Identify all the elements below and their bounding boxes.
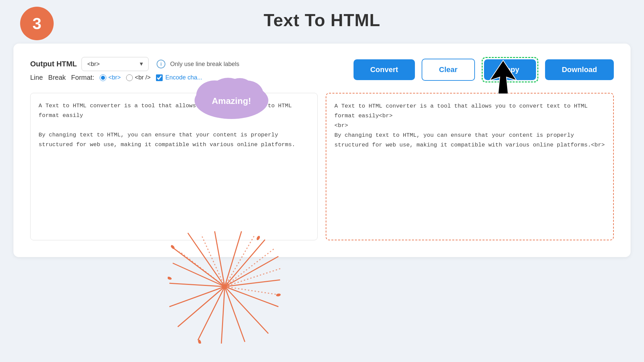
info-text: Only use line break labels (170, 61, 239, 68)
svg-line-20 (169, 283, 225, 287)
svg-point-32 (168, 276, 172, 280)
info-icon[interactable]: i (157, 60, 165, 68)
radio-br-label: <br> (108, 74, 121, 81)
format-select[interactable]: <br> <br /> <p> (82, 57, 149, 71)
radio-br-slash-input[interactable] (126, 74, 133, 81)
step-number: 3 (33, 14, 42, 33)
svg-line-26 (225, 268, 282, 287)
svg-line-12 (225, 280, 280, 287)
download-button[interactable]: Download (545, 59, 614, 80)
output-textarea[interactable]: A Text to HTML converter is a tool that … (326, 93, 614, 240)
svg-line-17 (198, 287, 225, 340)
svg-line-27 (225, 287, 280, 295)
copy-highlight-box: Copy (482, 57, 538, 82)
svg-point-31 (198, 339, 202, 344)
svg-line-21 (173, 263, 225, 287)
line-label: Line (30, 74, 43, 81)
radio-br-slash-label: <br /> (135, 74, 151, 81)
output-html-label: Output HTML (30, 60, 77, 68)
svg-line-18 (178, 287, 225, 327)
format-label2: Format: (71, 74, 94, 81)
copy-button[interactable]: Copy (484, 59, 536, 80)
textareas-row: A Text to HTML converter is a tool that … (30, 93, 614, 240)
output-format-section: Output HTML <br> <br /> <p> ▼ i Only use… (30, 57, 239, 89)
encode-char-label: Encode cha... (165, 74, 202, 81)
encode-char-option[interactable]: Encode cha... (156, 74, 202, 81)
radio-br-option[interactable]: <br> (100, 74, 121, 81)
svg-line-13 (225, 287, 278, 307)
radio-br-slash-option[interactable]: <br /> (126, 74, 151, 81)
page-title: Text To HTML (264, 10, 380, 30)
linebreak-format-row: Line Break Format: <br> <br /> Encode ch… (30, 74, 239, 81)
input-textarea[interactable]: A Text to HTML converter is a tool that … (30, 93, 318, 240)
break-label: Break (48, 74, 66, 81)
convert-button[interactable]: Convert (354, 59, 415, 80)
svg-line-11 (225, 256, 278, 287)
clear-button[interactable]: Clear (422, 59, 475, 81)
main-card: Output HTML <br> <br /> <p> ▼ i Only use… (13, 44, 631, 257)
svg-line-19 (169, 287, 225, 307)
svg-line-14 (225, 287, 268, 334)
format-select-wrapper: <br> <br /> <p> ▼ (82, 57, 149, 71)
svg-line-16 (221, 287, 225, 344)
encode-char-checkbox[interactable] (156, 74, 163, 81)
step-badge: 3 (20, 7, 54, 40)
action-buttons: Convert Clear Copy Download (354, 57, 614, 82)
svg-point-30 (276, 293, 281, 297)
radio-br-input[interactable] (100, 74, 106, 81)
svg-line-15 (225, 287, 245, 342)
